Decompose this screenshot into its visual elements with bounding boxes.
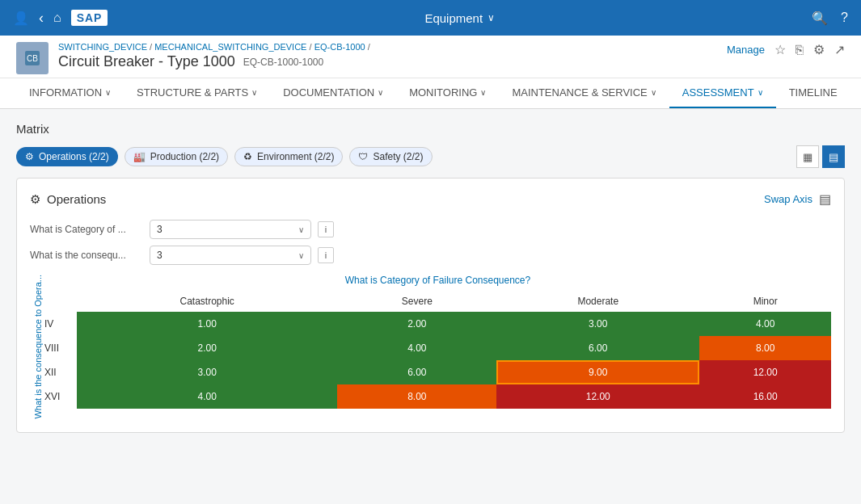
- col-header-catastrophic: Catastrophic: [77, 291, 337, 312]
- list-view-button[interactable]: ▤: [822, 145, 845, 168]
- app-chevron: ∨: [487, 12, 495, 23]
- operations-icon: ⚙: [25, 151, 34, 162]
- cell-viii-catastrophic[interactable]: 2.00: [77, 336, 337, 360]
- filter-tag-production[interactable]: 🏭 Production (2/2): [125, 147, 228, 166]
- cell-iv-minor[interactable]: 4.00: [699, 312, 831, 336]
- chevron-down-icon: ∨: [651, 88, 656, 97]
- cell-xvi-minor[interactable]: 16.00: [699, 384, 831, 409]
- top-bar-right: 🔍 ?: [812, 10, 848, 26]
- app-name-area: Equipment ∨: [424, 11, 495, 25]
- tab-information[interactable]: INFORMATION ∨: [16, 78, 124, 108]
- tab-maintenance-service[interactable]: MAINTENANCE & SERVICE ∨: [499, 78, 669, 108]
- chevron-down-icon: ∨: [758, 88, 763, 97]
- info-icon-category[interactable]: i: [318, 221, 334, 237]
- matrix-row-iv: IV 1.00 2.00 3.00 4.00: [44, 312, 831, 336]
- table-view-icon[interactable]: ▤: [819, 191, 831, 207]
- manage-button[interactable]: Manage: [727, 44, 765, 56]
- chevron-down-icon: ∨: [378, 88, 383, 97]
- filter-row-category: What is Category of ... 3 ∨ i: [30, 220, 831, 239]
- matrix-card: ⚙ Operations Swap Axis ▤ What is Categor…: [16, 178, 845, 433]
- chevron-down-icon: ∨: [298, 225, 304, 234]
- card-title-text: Operations: [47, 192, 106, 206]
- tab-structure-parts[interactable]: STRUCTURE & PARTS ∨: [124, 78, 270, 108]
- cell-xvi-severe[interactable]: 8.00: [337, 384, 496, 409]
- matrix-row-viii: VIII 2.00 4.00 6.00 8.00: [44, 336, 831, 360]
- breadcrumb-actions: Manage ☆ ⎘ ⚙ ↗: [727, 42, 845, 57]
- cell-xvi-moderate[interactable]: 12.00: [496, 384, 699, 409]
- filter-tags-group: ⚙ Operations (2/2) 🏭 Production (2/2) ♻ …: [16, 147, 433, 166]
- matrix-table-wrap: What is Category of Failure Consequence?…: [44, 275, 831, 419]
- tab-documentation[interactable]: DOCUMENTATION ∨: [270, 78, 396, 108]
- tab-assessment[interactable]: ASSESSMENT ∨: [669, 78, 776, 108]
- corner-cell: [44, 291, 77, 312]
- breadcrumb-path: SWITCHING_DEVICE / MECHANICAL_SWITCHING_…: [58, 42, 717, 52]
- cell-xii-catastrophic[interactable]: 3.00: [77, 360, 337, 384]
- top-bar-left: 👤 ‹ ⌂ SAP: [13, 10, 108, 27]
- help-icon[interactable]: ?: [841, 10, 848, 25]
- top-bar: 👤 ‹ ⌂ SAP Equipment ∨ 🔍 ?: [0, 0, 861, 36]
- info-icon-consequence[interactable]: i: [318, 247, 334, 263]
- x-axis-label: What is Category of Failure Consequence?: [44, 275, 831, 286]
- sap-logo: SAP: [71, 10, 108, 26]
- row-label-xii: XII: [44, 360, 77, 384]
- breadcrumb-mechanical[interactable]: MECHANICAL_SWITCHING_DEVICE: [154, 42, 306, 52]
- search-icon[interactable]: 🔍: [812, 10, 828, 26]
- col-header-moderate: Moderate: [496, 291, 699, 312]
- home-icon[interactable]: ⌂: [53, 10, 61, 25]
- settings-icon[interactable]: ⚙: [813, 42, 825, 57]
- back-icon[interactable]: ‹: [39, 10, 44, 27]
- row-label-xvi: XVI: [44, 384, 77, 409]
- cell-viii-moderate[interactable]: 6.00: [496, 336, 699, 360]
- user-icon[interactable]: 👤: [13, 10, 29, 26]
- matrix-row-xii: XII 3.00 6.00 9.00 12.00: [44, 360, 831, 384]
- matrix-area: What is the consequence to Opera... What…: [30, 275, 831, 419]
- filter-select-category[interactable]: 3 ∨: [150, 220, 311, 239]
- tab-monitoring[interactable]: MONITORING ∨: [396, 78, 499, 108]
- y-axis-label: What is the consequence to Opera...: [30, 275, 44, 419]
- chevron-down-icon: ∨: [105, 88, 111, 97]
- grid-view-button[interactable]: ▦: [796, 145, 819, 168]
- breadcrumb-switching-device[interactable]: SWITCHING_DEVICE: [58, 42, 147, 52]
- col-header-minor: Minor: [699, 291, 831, 312]
- breadcrumb-bar: CB SWITCHING_DEVICE / MECHANICAL_SWITCHI…: [0, 36, 861, 78]
- breadcrumb-eq-cb[interactable]: EQ-CB-1000: [314, 42, 365, 52]
- cell-iv-severe[interactable]: 2.00: [337, 312, 496, 336]
- page-title-text: Circuit Breaker - Type 1000: [58, 53, 235, 70]
- filter-bar: ⚙ Operations (2/2) 🏭 Production (2/2) ♻ …: [16, 145, 845, 168]
- view-toggle: ▦ ▤: [796, 145, 845, 168]
- swap-axis-button[interactable]: Swap Axis: [764, 193, 812, 205]
- tab-timeline[interactable]: TIMELINE: [776, 78, 850, 108]
- card-title-area: ⚙ Operations: [30, 192, 106, 207]
- tab-navigation: INFORMATION ∨ STRUCTURE & PARTS ∨ DOCUME…: [0, 78, 861, 109]
- cell-iv-moderate[interactable]: 3.00: [496, 312, 699, 336]
- card-title-icon: ⚙: [30, 192, 40, 207]
- filter-tag-operations[interactable]: ⚙ Operations (2/2): [16, 147, 118, 166]
- matrix-row-xvi: XVI 4.00 8.00 12.00 16.00: [44, 384, 831, 409]
- environment-icon: ♻: [243, 151, 252, 162]
- matrix-page-title: Matrix: [16, 122, 845, 136]
- share-icon[interactable]: ⎘: [796, 43, 804, 57]
- cell-iv-catastrophic[interactable]: 1.00: [77, 312, 337, 336]
- matrix-table: Catastrophic Severe Moderate Minor IV 1.…: [44, 291, 831, 409]
- breadcrumb-content: SWITCHING_DEVICE / MECHANICAL_SWITCHING_…: [58, 42, 717, 70]
- cell-xii-minor[interactable]: 12.00: [699, 360, 831, 384]
- cell-xii-moderate[interactable]: 9.00: [496, 360, 699, 384]
- col-header-severe: Severe: [337, 291, 496, 312]
- cell-xvi-catastrophic[interactable]: 4.00: [77, 384, 337, 409]
- app-name: Equipment: [424, 11, 483, 25]
- production-icon: 🏭: [133, 151, 146, 162]
- chevron-down-icon: ∨: [298, 251, 304, 260]
- filter-tag-environment[interactable]: ♻ Environment (2/2): [234, 147, 343, 166]
- breadcrumb-title-row: Circuit Breaker - Type 1000 EQ-CB-1000-1…: [58, 53, 717, 70]
- filter-tag-safety[interactable]: 🛡 Safety (2/2): [349, 147, 432, 166]
- cell-viii-minor[interactable]: 8.00: [699, 336, 831, 360]
- card-header: ⚙ Operations Swap Axis ▤: [30, 191, 831, 207]
- equipment-id: EQ-CB-1000-1000: [243, 57, 323, 68]
- cell-viii-severe[interactable]: 4.00: [337, 336, 496, 360]
- filter-select-consequence[interactable]: 3 ∨: [150, 246, 311, 265]
- external-link-icon[interactable]: ↗: [834, 42, 845, 57]
- cell-xii-severe[interactable]: 6.00: [337, 360, 496, 384]
- favorite-icon[interactable]: ☆: [774, 42, 786, 57]
- filter-row-consequence: What is the consequ... 3 ∨ i: [30, 246, 831, 265]
- main-content: Matrix ⚙ Operations (2/2) 🏭 Production (…: [0, 109, 861, 446]
